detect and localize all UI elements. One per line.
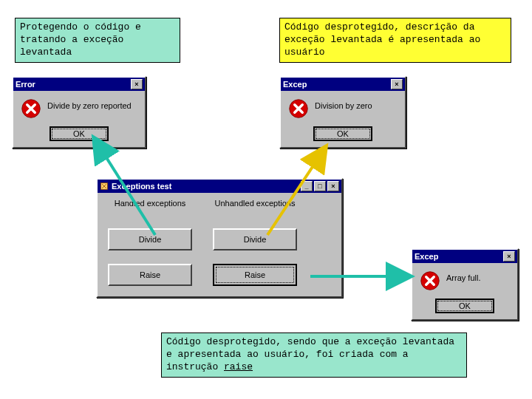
group-unhandled: Unhandled exceptions Divide Raise [213,199,297,286]
window-exceptions-test: Exceptions test _ □ × Handled exceptions… [96,178,343,298]
maximize-icon[interactable]: □ [314,181,326,191]
title-bar[interactable]: Error × [13,78,145,91]
window-title: Excep [415,252,438,261]
ok-button[interactable]: OK [313,126,372,141]
error-message: Divide by zero reported [47,98,132,110]
title-bar[interactable]: Excep × [281,78,405,91]
dialog-error: Error × Divide by zero reported OK [12,76,146,149]
ok-button[interactable]: OK [50,126,109,141]
window-title: Exceptions test [112,182,171,191]
error-message: Array full. [446,270,480,282]
unhandled-raise-button[interactable]: Raise [213,264,297,286]
close-icon[interactable]: × [327,181,339,191]
window-title: Excep [283,80,307,89]
dialog-excep-divzero: Excep × Division by zero OK [279,76,406,149]
note-unprotected-desc: Código desprotegido, descrição da exceçã… [279,18,511,63]
close-icon[interactable]: × [131,79,143,89]
error-icon [21,98,41,119]
title-bar[interactable]: Exceptions test _ □ × [98,180,341,193]
handled-raise-button[interactable]: Raise [108,264,192,286]
ok-button[interactable]: OK [435,299,494,313]
error-icon [288,98,309,119]
error-icon [420,270,440,291]
app-icon [100,182,109,191]
dialog-excep-arrayfull: Excep × Array full. OK [411,248,519,321]
group-label-unhandled: Unhandled exceptions [215,199,296,208]
note-raise: Código desprotegido, sendo que a exceção… [161,332,467,378]
unhandled-divide-button[interactable]: Divide [213,228,297,250]
handled-divide-button[interactable]: Divide [108,228,192,250]
error-message: Division by zero [315,98,372,110]
close-icon[interactable]: × [391,79,403,89]
group-label-handled: Handled exceptions [115,199,186,208]
title-bar[interactable]: Excep × [412,250,517,263]
group-handled: Handled exceptions Divide Raise [108,199,192,286]
keyword-raise: raise [224,361,253,372]
window-title: Error [16,80,35,89]
note-protected: Protegendo o código e tratando a exceção… [15,18,180,63]
close-icon[interactable]: × [503,251,515,262]
minimize-icon[interactable]: _ [301,181,313,191]
